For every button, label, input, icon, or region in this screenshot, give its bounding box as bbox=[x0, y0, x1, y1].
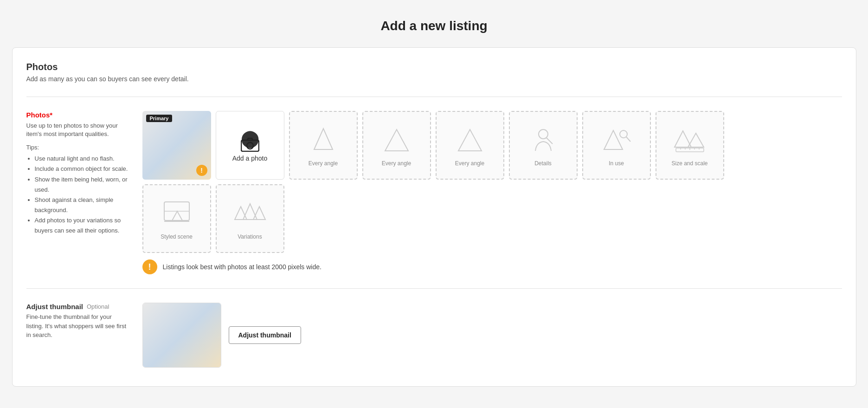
svg-marker-2 bbox=[314, 129, 333, 149]
photo-slot-in-use[interactable]: In use bbox=[582, 111, 651, 180]
photo-slot-details[interactable]: Details bbox=[509, 111, 578, 180]
slot-label: Styled scene bbox=[161, 233, 193, 240]
slot-label: Details bbox=[534, 160, 552, 167]
triangle-icon bbox=[380, 124, 413, 156]
photo-slot-size-scale[interactable]: Size and scale bbox=[656, 111, 724, 180]
photos-layout: Photos* Use up to ten photos to show you… bbox=[26, 111, 842, 274]
tip-item: Use natural light and no flash. bbox=[35, 154, 129, 164]
svg-marker-4 bbox=[458, 130, 482, 151]
slot-label: Variations bbox=[238, 233, 262, 240]
tip-item: Include a common object for scale. bbox=[35, 164, 129, 174]
person-icon bbox=[527, 124, 559, 156]
warning-icon: ! bbox=[196, 165, 207, 176]
triangles-ruler-icon bbox=[674, 124, 706, 156]
add-photo-button[interactable]: ⬤ Add a photo bbox=[216, 111, 284, 180]
tip-item: Add photos to your variations so buyers … bbox=[35, 215, 129, 236]
photo-slot-every-angle-1[interactable]: Every angle bbox=[289, 111, 358, 180]
alert-icon: ! bbox=[142, 259, 157, 274]
tip-item: Shoot against a clean, simple background… bbox=[35, 195, 129, 215]
svg-rect-0 bbox=[241, 140, 259, 151]
section-heading: Photos bbox=[26, 62, 842, 72]
tips-heading: Tips: bbox=[26, 144, 129, 151]
svg-marker-23 bbox=[243, 204, 257, 220]
alert-row: ! Listings look best with photos at leas… bbox=[142, 259, 842, 274]
adjust-section: Adjust thumbnail Optional Fine-tune the … bbox=[26, 303, 842, 368]
photos-row-2: Styled scene Variations bbox=[142, 184, 842, 253]
section-description: Add as many as you can so buyers can see… bbox=[26, 75, 842, 83]
adjust-description: Fine-tune the thumbnail for your listing… bbox=[26, 312, 129, 340]
main-card: Photos Add as many as you can so buyers … bbox=[12, 47, 856, 387]
svg-point-1 bbox=[247, 142, 253, 149]
svg-point-5 bbox=[539, 130, 548, 139]
slot-label: Size and scale bbox=[671, 160, 707, 167]
adjust-content: Adjust thumbnail bbox=[142, 303, 301, 368]
primary-photo-slot[interactable]: Primary ! bbox=[142, 111, 211, 180]
optional-tag: Optional bbox=[87, 303, 109, 310]
photo-slot-styled-scene[interactable]: Styled scene bbox=[142, 184, 211, 253]
adjust-thumbnail-button[interactable]: Adjust thumbnail bbox=[229, 326, 301, 344]
photo-slot-variations[interactable]: Variations bbox=[216, 184, 284, 253]
primary-badge: Primary bbox=[146, 115, 173, 122]
photos-grid-area: Primary ! ⬤ Add a photo bbox=[142, 111, 842, 274]
adjust-sidebar: Adjust thumbnail Optional Fine-tune the … bbox=[26, 303, 129, 340]
triangle-outline-icon bbox=[454, 124, 486, 156]
photo-slot-every-angle-3[interactable]: Every angle bbox=[436, 111, 504, 180]
svg-marker-22 bbox=[235, 207, 247, 220]
divider-top bbox=[26, 97, 842, 97]
photos-row-1: Primary ! ⬤ Add a photo bbox=[142, 111, 842, 180]
thumbnail-preview bbox=[142, 303, 221, 368]
svg-line-9 bbox=[626, 137, 630, 142]
photos-sidebar: Photos* Use up to ten photos to show you… bbox=[26, 111, 129, 236]
svg-marker-3 bbox=[385, 130, 408, 151]
adjust-field-label: Adjust thumbnail Optional bbox=[26, 303, 129, 311]
tip-item: Show the item being held, worn, or used. bbox=[35, 175, 129, 195]
cone-icon bbox=[307, 124, 340, 156]
alert-text: Listings look best with photos at least … bbox=[163, 263, 321, 271]
page-title: Add a new listing bbox=[0, 0, 868, 47]
variations-icon bbox=[234, 197, 266, 230]
scene-icon bbox=[161, 197, 193, 230]
slot-label: Every angle bbox=[455, 160, 484, 167]
photo-slot-every-angle-2[interactable]: Every angle bbox=[362, 111, 431, 180]
svg-marker-24 bbox=[253, 207, 265, 220]
cone-person-icon bbox=[600, 124, 633, 156]
photos-field-description: Use up to ten photos to show your item's… bbox=[26, 122, 129, 138]
slot-label: In use bbox=[609, 160, 624, 167]
add-photo-label: Add a photo bbox=[232, 155, 268, 162]
divider-middle bbox=[26, 288, 842, 289]
photos-field-label: Photos* bbox=[26, 111, 129, 119]
svg-marker-10 bbox=[675, 131, 691, 147]
camera-svg-icon bbox=[241, 137, 259, 152]
slot-label: Every angle bbox=[309, 160, 338, 167]
tips-list: Use natural light and no flash. Include … bbox=[26, 154, 129, 236]
svg-marker-20 bbox=[172, 211, 182, 220]
svg-point-8 bbox=[620, 130, 627, 138]
slot-label: Every angle bbox=[382, 160, 411, 167]
